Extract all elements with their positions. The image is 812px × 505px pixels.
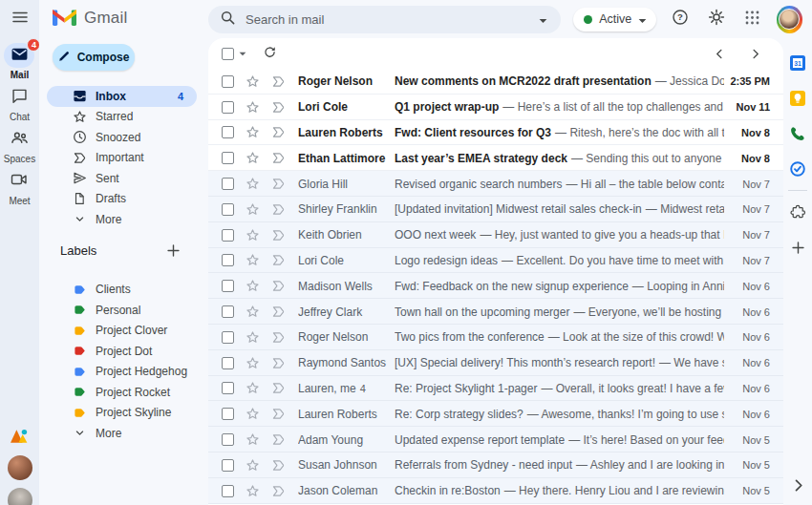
star-icon[interactable] — [245, 227, 260, 242]
important-marker-icon[interactable] — [270, 99, 286, 115]
google-apps-button[interactable] — [740, 7, 764, 32]
row-checkbox[interactable] — [222, 229, 234, 242]
important-marker-icon[interactable] — [270, 381, 286, 396]
row-checkbox[interactable] — [222, 459, 234, 472]
email-row[interactable]: Susan Johnson Referrals from Sydney - ne… — [208, 452, 783, 478]
important-marker-icon[interactable] — [270, 125, 286, 140]
add-label-button[interactable] — [164, 242, 182, 260]
star-icon[interactable] — [245, 74, 260, 89]
email-row[interactable]: Lori Cole Q1 project wrap-up — Here’s a … — [208, 95, 783, 120]
email-row[interactable]: Roger Nelson Two pics from the conferenc… — [208, 325, 783, 350]
row-checkbox[interactable] — [222, 254, 234, 266]
addons-puzzle-icon[interactable] — [789, 203, 806, 221]
sidebar-item-snoozed[interactable]: Snoozed — [47, 127, 197, 148]
email-row[interactable]: Jason Coleman Checkin in re:Boston — Hey… — [208, 478, 783, 504]
star-icon[interactable] — [245, 177, 260, 192]
rail-item-spaces[interactable]: Spaces — [4, 127, 35, 164]
email-row[interactable]: Gloria Hill Revised organic search numbe… — [208, 171, 783, 197]
get-addons-plus-icon[interactable] — [789, 239, 806, 256]
refresh-button[interactable] — [263, 45, 277, 63]
label-item[interactable]: Project Clover — [47, 321, 197, 342]
row-checkbox[interactable] — [222, 408, 234, 420]
label-item[interactable]: Clients — [47, 280, 197, 301]
email-row[interactable]: Madison Wells Fwd: Feedback on the new s… — [208, 273, 783, 299]
important-marker-icon[interactable] — [270, 279, 286, 294]
voice-icon[interactable] — [789, 125, 806, 142]
important-marker-icon[interactable] — [270, 329, 286, 345]
email-row[interactable]: Lauren Roberts Fwd: Client resources for… — [208, 120, 783, 146]
star-icon[interactable] — [245, 253, 260, 268]
email-row[interactable]: Raymond Santos [UX] Special delivery! Th… — [208, 350, 783, 376]
star-icon[interactable] — [245, 99, 260, 115]
sidebar-item-more[interactable]: More — [47, 209, 197, 230]
important-marker-icon[interactable] — [270, 74, 286, 89]
row-checkbox[interactable] — [222, 305, 234, 318]
star-icon[interactable] — [245, 457, 260, 473]
row-checkbox[interactable] — [222, 101, 234, 114]
account-avatar[interactable] — [777, 6, 802, 33]
email-row[interactable]: Lauren Roberts Re: Corp strategy slides?… — [208, 401, 783, 427]
help-button[interactable]: ? — [669, 7, 693, 32]
important-marker-icon[interactable] — [270, 483, 286, 498]
row-checkbox[interactable] — [222, 357, 234, 369]
important-marker-icon[interactable] — [270, 432, 286, 448]
contact-avatar[interactable] — [8, 488, 32, 505]
contact-avatar[interactable] — [8, 455, 32, 480]
tasks-icon[interactable] — [789, 160, 806, 178]
email-row[interactable]: Lori Cole Logo redesign ideas — Excellen… — [208, 248, 783, 274]
important-marker-icon[interactable] — [270, 151, 286, 166]
email-row[interactable]: Keith Obrien OOO next week — Hey, just w… — [208, 222, 783, 248]
select-options-caret-icon[interactable] — [239, 52, 246, 56]
star-icon[interactable] — [245, 381, 260, 396]
star-icon[interactable] — [245, 355, 260, 370]
important-marker-icon[interactable] — [270, 407, 286, 422]
main-menu-button[interactable] — [0, 0, 39, 38]
search-input[interactable] — [246, 12, 529, 27]
rail-item-chat[interactable]: Chat — [4, 85, 35, 122]
label-item[interactable]: Project Dot — [47, 341, 197, 362]
label-item[interactable]: Project Hedgehog — [47, 362, 197, 383]
star-icon[interactable] — [245, 305, 260, 320]
email-row[interactable]: Shirley Franklin [Updated invitation] Mi… — [208, 197, 783, 222]
status-selector[interactable]: Active — [573, 8, 656, 32]
sidebar-item-starred[interactable]: Starred — [47, 107, 197, 128]
email-row[interactable]: Ethan Lattimore Last year’s EMEA strateg… — [208, 145, 783, 171]
label-item[interactable]: Personal — [47, 300, 197, 321]
important-marker-icon[interactable] — [270, 355, 286, 370]
search-options-caret-icon[interactable] — [539, 11, 547, 28]
email-row[interactable]: Lauren, me 4 Re: Project Skylight 1-page… — [208, 376, 783, 402]
calendar-icon[interactable]: 31 — [789, 54, 806, 72]
select-all-checkbox[interactable] — [222, 48, 234, 60]
star-icon[interactable] — [245, 483, 260, 498]
important-marker-icon[interactable] — [270, 305, 286, 320]
row-checkbox[interactable] — [222, 203, 234, 216]
labels-more-item[interactable]: More — [47, 423, 197, 444]
search-bar[interactable] — [208, 6, 561, 33]
important-marker-icon[interactable] — [270, 177, 286, 192]
rail-item-mail[interactable]: 4 Mail — [4, 43, 35, 80]
email-row[interactable]: Adam Young Updated expense report templa… — [208, 427, 783, 452]
star-icon[interactable] — [245, 125, 260, 140]
label-item[interactable]: Project Rocket — [47, 382, 197, 403]
row-checkbox[interactable] — [222, 433, 234, 446]
important-marker-icon[interactable] — [270, 253, 286, 268]
star-icon[interactable] — [245, 151, 260, 166]
sidebar-item-drafts[interactable]: Drafts — [47, 189, 197, 210]
sidebar-item-sent[interactable]: Sent — [47, 168, 197, 189]
row-checkbox[interactable] — [222, 75, 234, 88]
marketplace-addon-icon[interactable] — [10, 428, 30, 448]
row-checkbox[interactable] — [222, 126, 234, 138]
star-icon[interactable] — [245, 407, 260, 422]
older-page-button[interactable] — [750, 49, 760, 59]
important-marker-icon[interactable] — [270, 201, 286, 217]
newer-page-button[interactable] — [715, 49, 725, 59]
star-icon[interactable] — [245, 279, 260, 294]
star-icon[interactable] — [245, 201, 260, 217]
star-icon[interactable] — [245, 329, 260, 345]
star-icon[interactable] — [245, 432, 260, 448]
row-checkbox[interactable] — [222, 382, 234, 394]
email-row[interactable]: Roger Nelson New comments on MCR2022 dra… — [208, 69, 783, 95]
email-row[interactable]: Jeffrey Clark Town hall on the upcoming … — [208, 299, 783, 325]
important-marker-icon[interactable] — [270, 227, 286, 242]
keep-icon[interactable] — [789, 90, 806, 107]
